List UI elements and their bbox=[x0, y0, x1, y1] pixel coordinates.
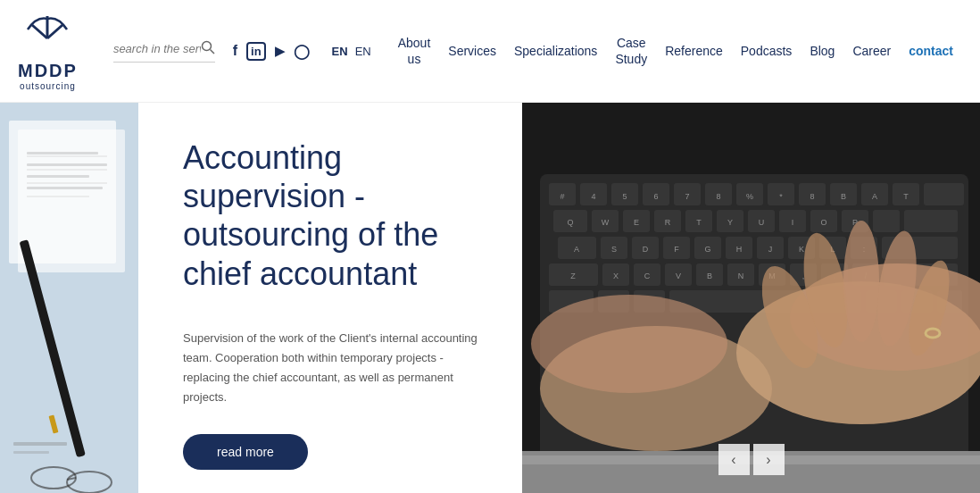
svg-text:T: T bbox=[903, 192, 909, 201]
chevron-left-icon: ‹ bbox=[731, 452, 735, 468]
nav-specializations[interactable]: Specializations bbox=[505, 38, 606, 63]
read-more-button[interactable]: read more bbox=[183, 434, 308, 470]
nav-career[interactable]: Career bbox=[843, 38, 900, 63]
left-decorative-image bbox=[0, 103, 138, 493]
lang-en-active[interactable]: EN bbox=[332, 45, 348, 58]
nav-contact[interactable]: contact bbox=[900, 38, 962, 63]
header: MDDP outsourcing f in ▶ ◯ EN EN About us… bbox=[0, 0, 980, 103]
main-content: Accounting supervision - outsourcing of … bbox=[0, 103, 980, 493]
svg-line-1 bbox=[32, 25, 47, 38]
svg-text:O: O bbox=[820, 218, 826, 227]
paper-lines-svg bbox=[0, 103, 138, 493]
carousel-prev-button[interactable]: ‹ bbox=[718, 444, 750, 475]
svg-text:Q: Q bbox=[567, 218, 573, 227]
social-icons: f in ▶ ◯ bbox=[233, 42, 310, 61]
pen-paper-background bbox=[0, 103, 138, 493]
svg-rect-13 bbox=[27, 163, 107, 166]
svg-text:D: D bbox=[643, 245, 649, 254]
right-hero-image: # 4 5 6 7 8 % * 8 B A T bbox=[522, 103, 980, 493]
nav-blog[interactable]: Blog bbox=[801, 38, 843, 63]
svg-rect-60 bbox=[873, 210, 900, 232]
svg-text:5: 5 bbox=[622, 192, 627, 201]
nav-reference[interactable]: Reference bbox=[656, 38, 732, 63]
language-selector: EN EN bbox=[332, 45, 371, 58]
svg-text:8: 8 bbox=[810, 192, 814, 201]
svg-rect-16 bbox=[13, 442, 67, 446]
svg-point-125 bbox=[843, 221, 879, 342]
svg-rect-7 bbox=[18, 130, 125, 272]
svg-text:#: # bbox=[560, 192, 564, 201]
svg-line-2 bbox=[47, 25, 62, 38]
nav-case-study[interactable]: Case Study bbox=[606, 30, 656, 71]
svg-text:B: B bbox=[707, 272, 712, 280]
carousel-next-button[interactable]: › bbox=[753, 444, 785, 475]
svg-text:F: F bbox=[674, 245, 679, 254]
logo-sub: outsourcing bbox=[20, 81, 76, 91]
svg-text:A: A bbox=[872, 192, 877, 201]
svg-text:6: 6 bbox=[653, 192, 658, 201]
svg-text:B: B bbox=[841, 192, 846, 201]
svg-text:S: S bbox=[611, 245, 617, 254]
svg-rect-17 bbox=[13, 451, 49, 454]
keyboard-hero-svg: # 4 5 6 7 8 % * 8 B A T bbox=[522, 103, 980, 493]
search-button[interactable] bbox=[201, 40, 215, 58]
svg-text:N: N bbox=[738, 272, 744, 280]
svg-text:C: C bbox=[644, 272, 651, 280]
main-nav: About us Services Specializations Case S… bbox=[389, 30, 962, 71]
svg-text:Y: Y bbox=[727, 218, 733, 227]
svg-text:H: H bbox=[736, 245, 743, 254]
svg-text:T: T bbox=[696, 218, 702, 227]
svg-text:J: J bbox=[768, 245, 773, 254]
svg-text:*: * bbox=[779, 192, 783, 201]
instagram-icon[interactable]: ◯ bbox=[294, 43, 310, 60]
svg-rect-12 bbox=[27, 152, 98, 155]
svg-line-4 bbox=[210, 49, 214, 54]
lang-en-alt[interactable]: EN bbox=[355, 45, 371, 58]
svg-text:7: 7 bbox=[685, 192, 689, 201]
nav-podcasts[interactable]: Podcasts bbox=[732, 38, 801, 63]
svg-rect-61 bbox=[904, 210, 958, 232]
main-title: Accounting supervision - outsourcing of … bbox=[183, 138, 486, 293]
search-area bbox=[113, 40, 215, 63]
chevron-right-icon: › bbox=[766, 452, 770, 468]
svg-text:R: R bbox=[665, 218, 671, 227]
svg-text:W: W bbox=[602, 218, 610, 227]
facebook-icon[interactable]: f bbox=[233, 43, 237, 59]
logo[interactable]: MDDP outsourcing bbox=[18, 12, 78, 91]
svg-rect-15 bbox=[27, 187, 103, 189]
svg-text:4: 4 bbox=[591, 192, 595, 201]
main-description: Supervision of the work of the Client's … bbox=[183, 329, 486, 407]
svg-text:X: X bbox=[613, 272, 619, 280]
search-input[interactable] bbox=[113, 42, 201, 55]
logo-brand: MDDP bbox=[18, 61, 78, 81]
linkedin-icon[interactable]: in bbox=[246, 42, 266, 61]
text-content-area: Accounting supervision - outsourcing of … bbox=[138, 103, 522, 493]
svg-text:K: K bbox=[799, 245, 804, 254]
svg-text:Z: Z bbox=[570, 272, 576, 280]
youtube-icon[interactable]: ▶ bbox=[275, 44, 285, 58]
svg-text:V: V bbox=[676, 272, 681, 280]
svg-text:G: G bbox=[704, 245, 710, 254]
svg-text:8: 8 bbox=[716, 192, 720, 201]
carousel-navigation: ‹ › bbox=[718, 444, 785, 475]
svg-text:U: U bbox=[759, 218, 765, 227]
svg-text:A: A bbox=[574, 245, 579, 254]
svg-text:I: I bbox=[792, 218, 794, 227]
svg-rect-37 bbox=[924, 183, 964, 205]
svg-point-129 bbox=[531, 295, 727, 393]
svg-rect-14 bbox=[27, 175, 89, 178]
svg-text:E: E bbox=[634, 218, 639, 227]
svg-point-3 bbox=[202, 41, 211, 50]
svg-text:%: % bbox=[746, 192, 753, 201]
nav-about[interactable]: About us bbox=[389, 30, 440, 71]
search-icon bbox=[201, 40, 215, 54]
nav-services[interactable]: Services bbox=[439, 38, 505, 63]
